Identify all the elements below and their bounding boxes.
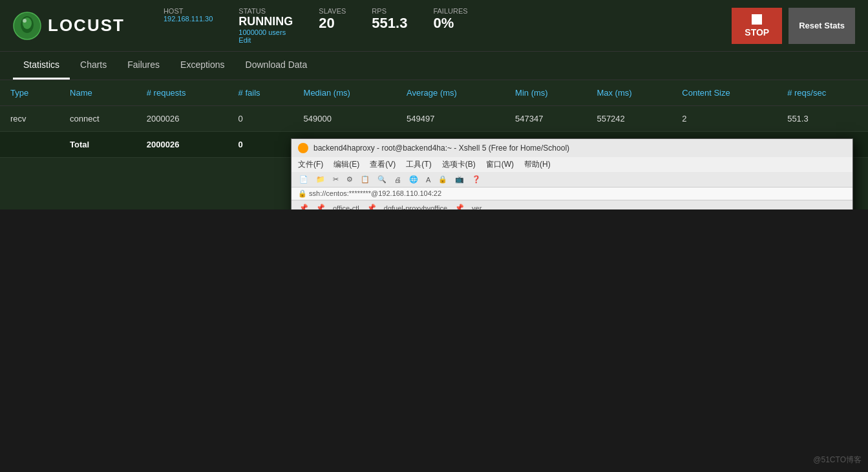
- total-name: Total: [59, 132, 136, 158]
- bookmark-icon-2: 📌: [313, 203, 328, 209]
- status-label: STATUS: [238, 7, 293, 15]
- terminal-bookmarks: 📌 📌 office-ctl 📌 dgfuel-proxybyoffice 📌 …: [291, 200, 852, 209]
- toolbar-btn-8[interactable]: 🌐: [407, 175, 421, 184]
- row-min: 547347: [505, 106, 586, 132]
- logo-text: LOCUST: [48, 16, 125, 36]
- bookmark-office-ctl[interactable]: office-ctl: [330, 204, 362, 210]
- bookmark-icon-1: 📌: [297, 203, 311, 209]
- col-reqs-sec: # reqs/sec: [777, 80, 868, 106]
- total-requests: 2000026: [136, 132, 228, 158]
- menu-file[interactable]: 文件(F): [298, 159, 323, 170]
- failures-stat: FAILURES 0%: [433, 7, 467, 32]
- table-row: recv connect 2000026 0 549000 549497 547…: [0, 106, 868, 132]
- toolbar-btn-11[interactable]: 📺: [452, 175, 467, 184]
- terminal-title-icon: [298, 143, 308, 153]
- host-stat: HOST 192.168.111.30: [164, 7, 213, 23]
- svg-point-3: [23, 19, 26, 23]
- host-label: HOST: [164, 7, 213, 15]
- menu-tabs[interactable]: 选项卡(B): [442, 159, 476, 170]
- slaves-label: SLAVES: [319, 7, 346, 15]
- terminal-address-bar: 🔒 ssh://centos:********@192.168.110.104:…: [291, 188, 852, 200]
- header-buttons: STOP Reset Stats: [732, 8, 855, 44]
- header: LOCUST HOST 192.168.111.30 STATUS RUNNIN…: [0, 0, 868, 52]
- row-type: recv: [0, 106, 59, 132]
- failures-label: FAILURES: [433, 7, 467, 15]
- menu-help[interactable]: 帮助(H): [524, 159, 551, 170]
- col-min: Min (ms): [505, 80, 586, 106]
- total-type: [0, 132, 59, 158]
- row-name: connect: [59, 106, 136, 132]
- col-fails: # fails: [228, 80, 293, 106]
- menu-edit[interactable]: 编辑(E): [333, 159, 359, 170]
- terminal-toolbar: 📄 📁 ✂ ⚙ 📋 🔍 🖨 🌐 A 🔒 📺 ❓: [291, 172, 852, 188]
- col-type: Type: [0, 80, 59, 106]
- menu-tools[interactable]: 工具(T): [406, 159, 431, 170]
- toolbar-btn-4[interactable]: ⚙: [344, 175, 355, 184]
- menu-window[interactable]: 窗口(W): [486, 159, 514, 170]
- slaves-value: 20: [319, 15, 346, 32]
- toolbar-btn-5[interactable]: 📋: [358, 175, 372, 184]
- menu-view[interactable]: 查看(V): [370, 159, 396, 170]
- col-requests: # requests: [136, 80, 228, 106]
- bookmark-yer[interactable]: yer: [469, 204, 484, 210]
- col-content-size: Content Size: [672, 80, 777, 106]
- status-sub1: 1000000 users: [238, 28, 293, 36]
- rps-value: 551.3: [372, 15, 407, 32]
- row-average: 549497: [396, 106, 505, 132]
- rps-stat: RPS 551.3: [372, 7, 407, 32]
- row-reqs-sec: 551.3: [777, 106, 868, 132]
- toolbar-btn-2[interactable]: 📁: [313, 175, 328, 184]
- logo: LOCUST: [13, 12, 125, 40]
- terminal-menubar: 文件(F) 编辑(E) 查看(V) 工具(T) 选项卡(B) 窗口(W) 帮助(…: [291, 157, 852, 172]
- address-value[interactable]: ssh://centos:********@192.168.110.104:22: [309, 189, 441, 197]
- nav-exceptions[interactable]: Exceptions: [170, 52, 235, 80]
- terminal-titlebar: backend4haproxy - root@backend4ha:~ - Xs…: [291, 139, 852, 157]
- terminal-window: backend4haproxy - root@backend4ha:~ - Xs…: [291, 138, 853, 209]
- nav-download-data[interactable]: Download Data: [235, 52, 318, 80]
- locust-logo-icon: [13, 12, 41, 40]
- table-header: Type Name # requests # fails Median (ms)…: [0, 80, 868, 106]
- row-fails: 0: [228, 106, 293, 132]
- toolbar-btn-3[interactable]: ✂: [330, 175, 341, 184]
- terminal-title-text: backend4haproxy - root@backend4ha:~ - Xs…: [313, 144, 846, 153]
- nav-charts[interactable]: Charts: [70, 52, 117, 80]
- status-stat: STATUS RUNNING 1000000 users Edit: [238, 7, 293, 44]
- row-requests: 2000026: [136, 106, 228, 132]
- bookmark-icon-4: 📌: [452, 203, 467, 209]
- total-fails: 0: [228, 132, 293, 158]
- stop-label: STOP: [745, 27, 769, 38]
- address-icon: 🔒: [298, 189, 309, 197]
- bookmark-icon-3: 📌: [365, 203, 379, 209]
- failures-value: 0%: [433, 15, 467, 32]
- col-name: Name: [59, 80, 136, 106]
- header-stats: HOST 192.168.111.30 STATUS RUNNING 10000…: [164, 7, 706, 44]
- row-median: 549000: [293, 106, 397, 132]
- host-value: 192.168.111.30: [164, 15, 213, 23]
- toolbar-btn-1[interactable]: 📄: [297, 175, 311, 184]
- status-value: RUNNING: [238, 15, 293, 28]
- stop-button[interactable]: STOP: [732, 8, 782, 44]
- stop-icon: [752, 14, 762, 25]
- main-content: Type Name # requests # fails Median (ms)…: [0, 80, 868, 209]
- col-average: Average (ms): [396, 80, 505, 106]
- nav: Statistics Charts Failures Exceptions Do…: [0, 52, 868, 80]
- toolbar-btn-6[interactable]: 🔍: [375, 175, 389, 184]
- nav-failures[interactable]: Failures: [117, 52, 170, 80]
- row-max: 557242: [586, 106, 672, 132]
- rps-label: RPS: [372, 7, 407, 15]
- col-median: Median (ms): [293, 80, 397, 106]
- status-edit[interactable]: Edit: [238, 36, 293, 44]
- toolbar-btn-9[interactable]: A: [423, 175, 433, 184]
- toolbar-btn-10[interactable]: 🔒: [436, 175, 450, 184]
- nav-statistics[interactable]: Statistics: [13, 52, 70, 80]
- col-max: Max (ms): [586, 80, 672, 106]
- bookmark-dgfuel[interactable]: dgfuel-proxybyoffice: [381, 204, 450, 210]
- slaves-stat: SLAVES 20: [319, 7, 346, 32]
- toolbar-btn-12[interactable]: ❓: [469, 175, 483, 184]
- toolbar-btn-7[interactable]: 🖨: [392, 175, 404, 184]
- reset-stats-button[interactable]: Reset Stats: [789, 8, 855, 44]
- row-content-size: 2: [672, 106, 777, 132]
